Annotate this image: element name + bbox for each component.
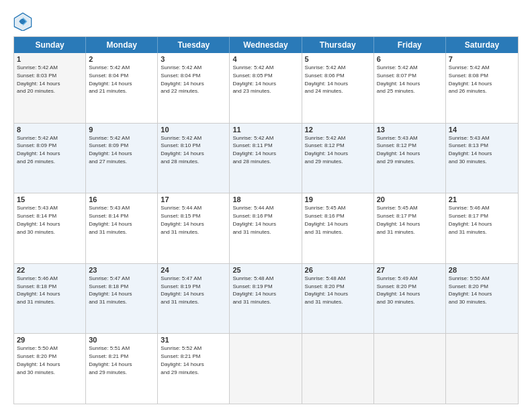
day-content: Sunrise: 5:46 AM Sunset: 8:17 PM Dayligh…	[449, 205, 492, 234]
cal-cell: 12Sunrise: 5:42 AM Sunset: 8:12 PM Dayli…	[302, 124, 374, 193]
cal-cell: 17Sunrise: 5:44 AM Sunset: 8:15 PM Dayli…	[158, 193, 230, 263]
day-number: 1	[17, 55, 83, 63]
cal-cell: 19Sunrise: 5:45 AM Sunset: 8:16 PM Dayli…	[302, 193, 374, 263]
day-content: Sunrise: 5:42 AM Sunset: 8:08 PM Dayligh…	[449, 64, 492, 94]
calendar-row-2: 15Sunrise: 5:43 AM Sunset: 8:14 PM Dayli…	[14, 193, 518, 264]
day-number: 6	[377, 55, 443, 63]
day-number: 12	[305, 126, 371, 134]
day-number: 9	[89, 126, 154, 134]
day-number: 18	[232, 195, 298, 203]
cal-cell: 5Sunrise: 5:42 AM Sunset: 8:06 PM Daylig…	[302, 53, 374, 123]
day-content: Sunrise: 5:43 AM Sunset: 8:14 PM Dayligh…	[17, 205, 60, 234]
day-number: 25	[232, 266, 298, 274]
header-day-wednesday: Wednesday	[230, 37, 302, 53]
cal-cell: 1Sunrise: 5:42 AM Sunset: 8:03 PM Daylig…	[14, 53, 86, 123]
day-content: Sunrise: 5:42 AM Sunset: 8:10 PM Dayligh…	[161, 135, 204, 165]
cal-cell: 11Sunrise: 5:42 AM Sunset: 8:11 PM Dayli…	[230, 124, 302, 193]
day-content: Sunrise: 5:42 AM Sunset: 8:05 PM Dayligh…	[232, 64, 275, 94]
calendar-row-0: 1Sunrise: 5:42 AM Sunset: 8:03 PM Daylig…	[14, 53, 518, 124]
cal-cell: 26Sunrise: 5:48 AM Sunset: 8:20 PM Dayli…	[302, 264, 374, 334]
day-content: Sunrise: 5:42 AM Sunset: 8:03 PM Dayligh…	[17, 64, 60, 94]
cal-cell: 16Sunrise: 5:43 AM Sunset: 8:14 PM Dayli…	[86, 193, 158, 263]
day-number: 19	[305, 195, 371, 203]
cal-cell: 8Sunrise: 5:42 AM Sunset: 8:09 PM Daylig…	[14, 124, 86, 193]
cal-cell	[302, 334, 374, 404]
cal-cell: 10Sunrise: 5:42 AM Sunset: 8:10 PM Dayli…	[158, 124, 230, 193]
day-content: Sunrise: 5:47 AM Sunset: 8:19 PM Dayligh…	[161, 275, 204, 305]
day-number: 15	[17, 195, 83, 203]
day-number: 7	[449, 55, 515, 63]
cal-cell: 30Sunrise: 5:51 AM Sunset: 8:21 PM Dayli…	[86, 334, 158, 404]
day-content: Sunrise: 5:50 AM Sunset: 8:20 PM Dayligh…	[449, 275, 492, 305]
day-content: Sunrise: 5:51 AM Sunset: 8:21 PM Dayligh…	[89, 345, 132, 375]
cal-cell: 3Sunrise: 5:42 AM Sunset: 8:04 PM Daylig…	[158, 53, 230, 123]
calendar-row-1: 8Sunrise: 5:42 AM Sunset: 8:09 PM Daylig…	[14, 124, 518, 194]
day-content: Sunrise: 5:42 AM Sunset: 8:06 PM Dayligh…	[305, 64, 348, 94]
day-number: 11	[232, 126, 298, 134]
day-number: 2	[89, 55, 154, 63]
day-content: Sunrise: 5:42 AM Sunset: 8:09 PM Dayligh…	[17, 135, 60, 165]
header-day-tuesday: Tuesday	[158, 37, 230, 53]
day-number: 10	[161, 126, 226, 134]
day-content: Sunrise: 5:42 AM Sunset: 8:12 PM Dayligh…	[305, 135, 348, 165]
day-number: 28	[449, 266, 515, 274]
cal-cell: 18Sunrise: 5:44 AM Sunset: 8:16 PM Dayli…	[230, 193, 302, 263]
calendar-header: SundayMondayTuesdayWednesdayThursdayFrid…	[14, 37, 518, 53]
day-content: Sunrise: 5:49 AM Sunset: 8:20 PM Dayligh…	[377, 275, 420, 305]
cal-cell: 27Sunrise: 5:49 AM Sunset: 8:20 PM Dayli…	[374, 264, 446, 334]
cal-cell: 20Sunrise: 5:45 AM Sunset: 8:17 PM Dayli…	[374, 193, 446, 263]
cal-cell: 31Sunrise: 5:52 AM Sunset: 8:21 PM Dayli…	[158, 334, 230, 404]
day-number: 29	[17, 336, 83, 344]
day-content: Sunrise: 5:44 AM Sunset: 8:16 PM Dayligh…	[232, 205, 275, 234]
cal-cell: 21Sunrise: 5:46 AM Sunset: 8:17 PM Dayli…	[446, 193, 518, 263]
cal-cell: 15Sunrise: 5:43 AM Sunset: 8:14 PM Dayli…	[14, 193, 86, 263]
day-content: Sunrise: 5:43 AM Sunset: 8:12 PM Dayligh…	[377, 135, 420, 165]
day-number: 14	[449, 126, 515, 134]
day-number: 17	[161, 195, 226, 203]
day-content: Sunrise: 5:42 AM Sunset: 8:04 PM Dayligh…	[89, 64, 132, 94]
cal-cell: 14Sunrise: 5:43 AM Sunset: 8:13 PM Dayli…	[446, 124, 518, 193]
day-content: Sunrise: 5:42 AM Sunset: 8:09 PM Dayligh…	[89, 135, 132, 165]
cal-cell: 25Sunrise: 5:48 AM Sunset: 8:19 PM Dayli…	[230, 264, 302, 334]
header-day-friday: Friday	[374, 37, 446, 53]
day-content: Sunrise: 5:47 AM Sunset: 8:18 PM Dayligh…	[89, 275, 132, 305]
day-content: Sunrise: 5:45 AM Sunset: 8:17 PM Dayligh…	[377, 205, 420, 234]
cal-cell	[230, 334, 302, 404]
day-number: 26	[305, 266, 371, 274]
day-number: 31	[161, 336, 226, 344]
cal-cell: 2Sunrise: 5:42 AM Sunset: 8:04 PM Daylig…	[86, 53, 158, 123]
cal-cell: 22Sunrise: 5:46 AM Sunset: 8:18 PM Dayli…	[14, 264, 86, 334]
day-content: Sunrise: 5:50 AM Sunset: 8:20 PM Dayligh…	[17, 345, 60, 375]
header-day-saturday: Saturday	[446, 37, 518, 53]
day-number: 27	[377, 266, 443, 274]
calendar-row-4: 29Sunrise: 5:50 AM Sunset: 8:20 PM Dayli…	[14, 334, 518, 404]
calendar: SundayMondayTuesdayWednesdayThursdayFrid…	[13, 36, 519, 404]
day-number: 24	[161, 266, 226, 274]
day-number: 13	[377, 126, 443, 134]
cal-cell: 23Sunrise: 5:47 AM Sunset: 8:18 PM Dayli…	[86, 264, 158, 334]
day-content: Sunrise: 5:43 AM Sunset: 8:13 PM Dayligh…	[449, 135, 492, 165]
cal-cell: 4Sunrise: 5:42 AM Sunset: 8:05 PM Daylig…	[230, 53, 302, 123]
day-content: Sunrise: 5:48 AM Sunset: 8:20 PM Dayligh…	[305, 275, 348, 305]
header-day-thursday: Thursday	[302, 37, 374, 53]
day-content: Sunrise: 5:45 AM Sunset: 8:16 PM Dayligh…	[305, 205, 348, 234]
day-content: Sunrise: 5:42 AM Sunset: 8:07 PM Dayligh…	[377, 64, 420, 94]
calendar-body: 1Sunrise: 5:42 AM Sunset: 8:03 PM Daylig…	[14, 53, 518, 404]
cal-cell: 9Sunrise: 5:42 AM Sunset: 8:09 PM Daylig…	[86, 124, 158, 193]
header-day-sunday: Sunday	[14, 37, 86, 53]
cal-cell: 13Sunrise: 5:43 AM Sunset: 8:12 PM Dayli…	[374, 124, 446, 193]
header-day-monday: Monday	[86, 37, 158, 53]
logo	[13, 12, 35, 31]
day-content: Sunrise: 5:42 AM Sunset: 8:11 PM Dayligh…	[232, 135, 275, 165]
day-content: Sunrise: 5:43 AM Sunset: 8:14 PM Dayligh…	[89, 205, 132, 234]
day-content: Sunrise: 5:44 AM Sunset: 8:15 PM Dayligh…	[161, 205, 204, 234]
day-number: 4	[232, 55, 298, 63]
day-content: Sunrise: 5:46 AM Sunset: 8:18 PM Dayligh…	[17, 275, 60, 305]
cal-cell	[446, 334, 518, 404]
day-content: Sunrise: 5:52 AM Sunset: 8:21 PM Dayligh…	[161, 345, 204, 375]
cal-cell: 29Sunrise: 5:50 AM Sunset: 8:20 PM Dayli…	[14, 334, 86, 404]
logo-icon	[13, 12, 32, 31]
day-number: 20	[377, 195, 443, 203]
page: SundayMondayTuesdayWednesdayThursdayFrid…	[0, 0, 532, 411]
day-number: 30	[89, 336, 154, 344]
